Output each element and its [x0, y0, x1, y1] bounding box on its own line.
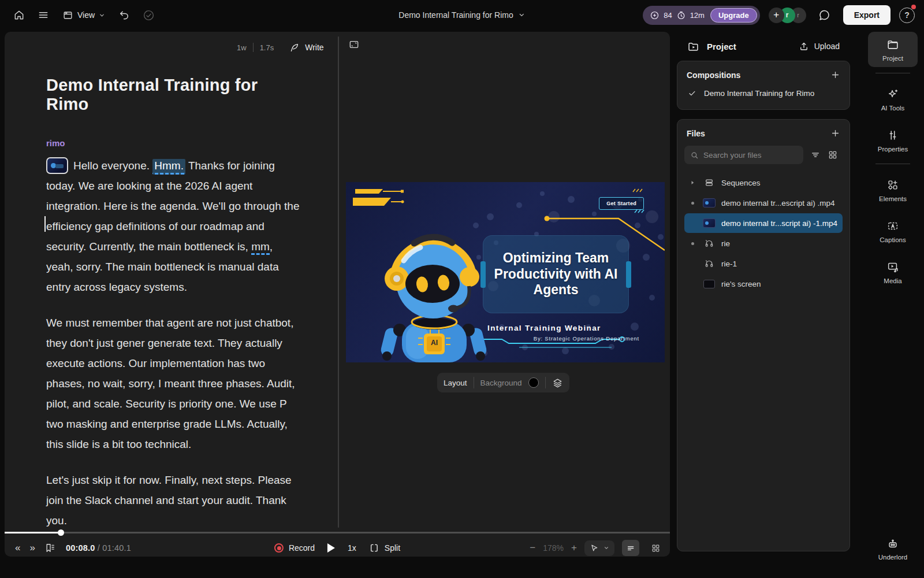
rail-item-ai-tools[interactable]: AI Tools [868, 81, 918, 117]
video-thumbnail [703, 218, 716, 228]
inline-video-thumbnail[interactable] [46, 157, 68, 174]
composition-item[interactable]: Demo Internal Training for Rimo [687, 80, 840, 105]
video-preview-canvas[interactable]: Get Started Optimizing Team Productivity… [346, 182, 665, 362]
folder-icon [886, 38, 899, 51]
speaker-label[interactable]: rimo [46, 138, 301, 148]
record-button[interactable]: Record [274, 543, 315, 553]
record-icon [274, 543, 284, 553]
underlord-button[interactable]: Underlord [862, 538, 924, 561]
split-icon [369, 543, 379, 553]
project-title-dropdown[interactable]: Demo Internal Training for Rimo [398, 10, 525, 20]
rail-divider [875, 73, 910, 73]
rail-item-properties[interactable]: Properties [868, 123, 918, 158]
sequences-icon [704, 177, 714, 188]
play-button[interactable] [327, 543, 335, 553]
project-folder-icon [687, 40, 699, 53]
rail-label: AI Tools [881, 105, 905, 112]
transcript-paragraph-1[interactable]: Hello everyone. Hmm. Thanks for joining … [46, 155, 301, 297]
view-menu-button[interactable]: View [58, 6, 110, 24]
check-circle-icon [143, 9, 155, 21]
shapes-plus-icon [886, 179, 899, 191]
file-row-sequences[interactable]: Sequences [684, 173, 843, 192]
playhead-knob[interactable] [58, 529, 64, 536]
sliders-icon [886, 129, 899, 142]
files-card: Files Sequences [677, 119, 850, 551]
unviewed-dot [691, 202, 694, 205]
grid-view-icon [651, 543, 661, 553]
file-row-screen[interactable]: rie's screen [684, 274, 843, 294]
playback-speed-button[interactable]: 1x [348, 543, 356, 553]
canvas-toolbar: Layout Background [437, 373, 569, 392]
text-caret [44, 216, 46, 232]
rail-item-project[interactable]: Project [868, 32, 918, 67]
slide-cta-button: Get Started [599, 197, 644, 210]
slide-byline: By: Strategic Operations Department [534, 335, 639, 342]
menu-button[interactable] [33, 5, 53, 25]
file-row-audio-rie[interactable]: rie [684, 234, 843, 253]
script-view-toggle[interactable] [622, 540, 639, 556]
fit-canvas-button[interactable] [348, 39, 360, 50]
background-color-swatch[interactable] [528, 377, 539, 388]
marker-list-icon[interactable] [44, 542, 56, 554]
filler-word-highlighted[interactable]: Hmm. [152, 159, 185, 175]
add-composition-button[interactable] [830, 70, 840, 80]
pointer-tool-dropdown[interactable] [584, 540, 614, 556]
split-label: Split [385, 543, 400, 553]
headphones-icon [704, 258, 714, 269]
panel-accent-left [480, 261, 486, 288]
usage-pill[interactable]: 84 12m Upgrade [643, 6, 760, 25]
add-collaborator-button[interactable]: + [769, 8, 784, 23]
grid-view-toggle[interactable] [647, 540, 664, 556]
add-file-button[interactable] [830, 128, 840, 138]
file-row-audio-rie-1[interactable]: rie-1 [684, 254, 843, 273]
rail-item-elements[interactable]: Elements [868, 172, 918, 208]
selection-duration: 1.7s [260, 43, 274, 52]
write-button[interactable]: Write [289, 42, 323, 53]
top-bar: View Demo Internal Training for Rimo 84 … [0, 0, 924, 30]
transcript-paragraph-2[interactable]: We must remember that agent are not just… [46, 313, 301, 454]
robot-chip-label: AI [424, 339, 445, 347]
split-button[interactable]: Split [369, 543, 400, 553]
sync-status-button[interactable] [139, 5, 158, 25]
upload-button[interactable]: Upload [793, 38, 845, 55]
home-button[interactable] [9, 5, 29, 25]
robot-icon [886, 538, 899, 550]
timeline-scrubber[interactable] [5, 529, 670, 536]
file-search-box[interactable] [684, 146, 803, 164]
layers-icon[interactable] [552, 377, 563, 388]
background-button[interactable]: Background [480, 379, 522, 387]
zoom-in-button[interactable]: + [571, 542, 577, 554]
document-title[interactable]: Demo Internal Training for Rimo [46, 76, 301, 114]
skip-back-button[interactable]: « [15, 542, 20, 554]
zoom-level: 178% [543, 543, 564, 553]
skip-forward-button[interactable]: » [29, 542, 34, 554]
transcript-paragraph-3[interactable]: Let's just skip it for now. Finally, nex… [46, 470, 301, 531]
layout-button[interactable]: Layout [444, 379, 467, 387]
export-button[interactable]: Export [843, 5, 891, 25]
app-window: View Demo Internal Training for Rimo 84 … [0, 0, 924, 578]
rail-item-captions[interactable]: Captions [868, 213, 918, 249]
toolbar-divider [474, 377, 474, 388]
search-input[interactable] [703, 151, 790, 160]
zoom-out-button[interactable]: − [530, 542, 535, 554]
help-button[interactable]: ? [899, 8, 915, 23]
file-row-video-1[interactable]: demo internal tr...escript ai) .mp4 [684, 193, 843, 213]
transcript-text: Hello everyone. [73, 160, 152, 172]
time-separator: / [98, 543, 100, 553]
view-label: View [77, 10, 95, 20]
comments-button[interactable] [815, 5, 834, 25]
editor-panel: 1w 1.7s Write Demo Internal Training for… [5, 32, 670, 557]
sort-filter-icon[interactable] [810, 150, 821, 160]
file-row-video-2-selected[interactable]: demo internal tr...script ai) -1.mp4 [684, 213, 843, 233]
upgrade-button[interactable]: Upgrade [710, 8, 757, 23]
undo-button[interactable] [114, 5, 134, 25]
editor-scrollbar[interactable] [338, 36, 339, 528]
screen-recording-thumbnail [703, 280, 715, 288]
scrubber-track[interactable] [5, 532, 670, 533]
rail-item-media[interactable]: Media [868, 254, 918, 290]
filler-word-underlined[interactable]: mm [251, 240, 270, 255]
grid-layout-icon[interactable] [828, 150, 838, 160]
file-label: rie-1 [721, 260, 737, 268]
list-view-icon [626, 543, 636, 553]
hamburger-icon [38, 9, 49, 21]
